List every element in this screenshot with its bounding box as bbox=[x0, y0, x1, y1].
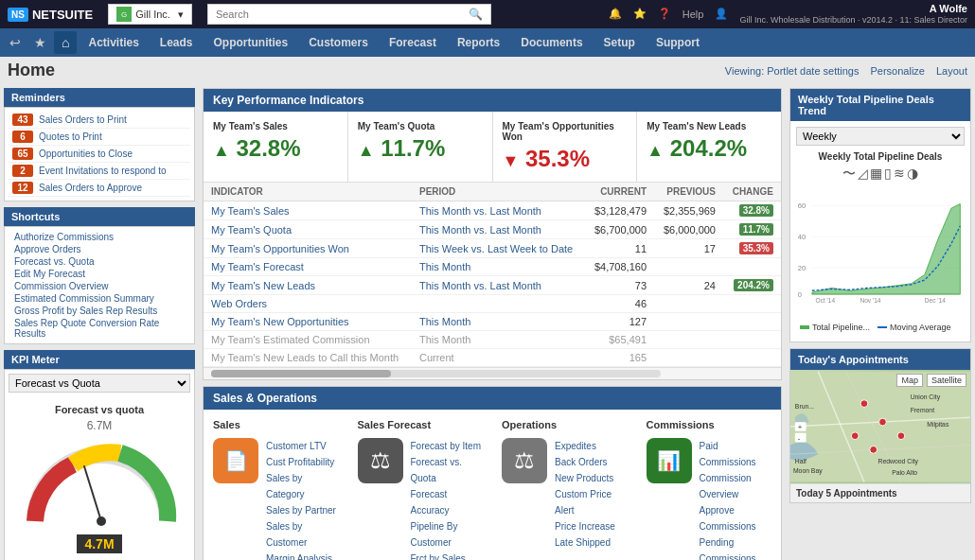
shortcut-link-1[interactable]: Approve Orders bbox=[10, 243, 188, 255]
row-period-0[interactable]: This Month vs. Last Month bbox=[412, 201, 585, 220]
nav-support[interactable]: Support bbox=[647, 32, 709, 53]
row-period-4[interactable]: This Month vs. Last Month bbox=[412, 276, 585, 295]
row-indicator-4[interactable]: My Team's New Leads bbox=[204, 276, 412, 295]
top-bar: NS NETSUITE G Gill Inc. ▾ 🔍 🔔 ⭐ ❓ Help 👤… bbox=[0, 0, 975, 28]
favorites-icon[interactable]: ★ bbox=[28, 31, 52, 54]
row-indicator-2[interactable]: My Team's Opportunities Won bbox=[204, 239, 412, 258]
row-indicator-5[interactable]: Web Orders bbox=[204, 295, 412, 313]
legend-pipeline: Total Pipeline... bbox=[800, 323, 870, 332]
so-sales-link-5[interactable]: Margin Analysis bbox=[266, 551, 339, 560]
row-period-6[interactable]: This Month bbox=[412, 313, 585, 331]
shortcut-link-7[interactable]: Sales Rep Quote Conversion Rate Results bbox=[10, 317, 188, 340]
history-icon[interactable]: ↩ bbox=[4, 31, 27, 54]
so-sales-link-2[interactable]: Sales by Category bbox=[266, 470, 339, 502]
chart-line-icon[interactable]: 〜 bbox=[842, 166, 856, 183]
so-ops-link-3[interactable]: Custom Price Alert bbox=[555, 486, 628, 518]
reminder-link-1[interactable]: Sales Orders to Print bbox=[39, 114, 127, 125]
shortcuts-header: Shortcuts bbox=[4, 207, 195, 226]
so-comm-link-3[interactable]: Pending Commissions bbox=[700, 534, 772, 560]
row-previous-0: $2,355,969 bbox=[654, 201, 723, 220]
so-forecast-link-4[interactable]: Frct by Sales bbox=[411, 551, 484, 560]
row-period-3[interactable]: This Month bbox=[412, 258, 585, 276]
so-sales-link-3[interactable]: Sales by Partner bbox=[266, 502, 339, 518]
kpi-summary-leads: My Team's New Leads 204.2% bbox=[637, 112, 781, 182]
so-comm-link-1[interactable]: Commission Overview bbox=[700, 470, 772, 502]
search-input[interactable] bbox=[216, 9, 469, 20]
nav-opportunities[interactable]: Opportunities bbox=[204, 32, 298, 53]
row-indicator-3[interactable]: My Team's Forecast bbox=[204, 258, 412, 276]
kpi-meter-select[interactable]: Forecast vs Quota Sales vs Quota Pipelin… bbox=[9, 374, 190, 393]
pipeline-select[interactable]: Weekly Monthly bbox=[796, 127, 965, 146]
kpi-summary-sales: My Team's Sales 32.8% bbox=[204, 112, 348, 182]
shortcut-link-6[interactable]: Gross Profit by Sales Rep Results bbox=[10, 305, 188, 317]
satellite-btn[interactable]: Satellite bbox=[927, 374, 966, 387]
row-previous-4: 24 bbox=[654, 276, 723, 295]
map-btn[interactable]: Map bbox=[896, 374, 923, 387]
so-sales-link-0[interactable]: Customer LTV bbox=[266, 438, 339, 454]
so-operations-icon: ⚖ bbox=[502, 438, 547, 483]
so-comm-link-2[interactable]: Approve Commissions bbox=[700, 502, 772, 534]
chart-bar-icon[interactable]: ▦ bbox=[870, 166, 882, 183]
row-period-2[interactable]: This Week vs. Last Week to Date bbox=[412, 239, 585, 258]
search-bar[interactable]: 🔍 bbox=[207, 4, 491, 25]
chart-area-icon[interactable]: ◿ bbox=[858, 166, 868, 183]
reminder-link-2[interactable]: Quotes to Print bbox=[39, 131, 102, 142]
home-icon[interactable]: ⌂ bbox=[54, 31, 77, 54]
so-forecast-link-2[interactable]: Forecast Accuracy bbox=[411, 486, 484, 518]
row-period-7[interactable]: This Month bbox=[412, 331, 585, 349]
svg-text:Moon Bay: Moon Bay bbox=[793, 467, 823, 475]
nav-leads[interactable]: Leads bbox=[151, 32, 203, 53]
viewing-link[interactable]: Viewing: Portlet date settings bbox=[725, 65, 860, 77]
nav-reports[interactable]: Reports bbox=[448, 32, 509, 53]
reminder-link-5[interactable]: Sales Orders to Approve bbox=[39, 183, 142, 193]
nav-documents[interactable]: Documents bbox=[511, 32, 592, 53]
svg-text:Brun...: Brun... bbox=[795, 403, 814, 410]
shortcut-link-4[interactable]: Commission Overview bbox=[10, 280, 188, 292]
row-period-1[interactable]: This Month vs. Last Month bbox=[412, 220, 585, 239]
nav-forecast[interactable]: Forecast bbox=[380, 32, 446, 53]
alerts-icon[interactable]: 🔔 bbox=[609, 8, 622, 20]
layout-link[interactable]: Layout bbox=[936, 65, 967, 77]
nav-setup[interactable]: Setup bbox=[594, 32, 645, 53]
so-ops-link-4[interactable]: Price Increase bbox=[555, 518, 628, 534]
bookmarks-icon[interactable]: ⭐ bbox=[633, 8, 647, 20]
so-ops-link-0[interactable]: Expedites bbox=[555, 438, 628, 454]
reminder-count-1: 43 bbox=[12, 114, 33, 126]
shortcut-link-5[interactable]: Estimated Commission Summary bbox=[10, 292, 188, 305]
shortcut-link-3[interactable]: Edit My Forecast bbox=[10, 268, 188, 280]
company-selector[interactable]: G Gill Inc. ▾ bbox=[108, 4, 192, 25]
nav-activities[interactable]: Activities bbox=[79, 32, 148, 53]
so-comm-link-0[interactable]: Paid Commissions bbox=[700, 438, 772, 470]
shortcut-link-2[interactable]: Forecast vs. Quota bbox=[10, 255, 188, 268]
search-icon: 🔍 bbox=[469, 8, 483, 21]
row-indicator-0[interactable]: My Team's Sales bbox=[204, 201, 412, 220]
reminder-link-3[interactable]: Opportunities to Close bbox=[39, 149, 133, 159]
appointments-body: Map Satellite bbox=[790, 370, 970, 483]
so-forecast-link-0[interactable]: Forecast by Item bbox=[411, 438, 484, 454]
row-period-8[interactable]: Current bbox=[412, 349, 585, 367]
row-indicator-6[interactable]: My Team's New Opportunities bbox=[204, 313, 412, 331]
user-icon[interactable]: 👤 bbox=[715, 8, 728, 20]
so-sales-link-1[interactable]: Cust Profitability bbox=[266, 454, 339, 470]
help-icon[interactable]: ❓ bbox=[658, 8, 671, 20]
table-scrollbar[interactable] bbox=[204, 367, 781, 379]
so-forecast-link-1[interactable]: Forecast vs. Quota bbox=[411, 454, 484, 486]
row-previous-1: $6,000,000 bbox=[654, 220, 723, 239]
so-header: Sales & Operations bbox=[204, 387, 781, 410]
personalize-link[interactable]: Personalize bbox=[870, 65, 924, 77]
chart-scatter-icon[interactable]: ≋ bbox=[894, 166, 905, 183]
so-sales-link-4[interactable]: Sales by Customer bbox=[266, 518, 339, 551]
chart-pie-icon[interactable]: ◑ bbox=[907, 166, 918, 183]
so-forecast-link-3[interactable]: Pipeline By Customer bbox=[411, 518, 484, 551]
kpi-meter-header: KPI Meter bbox=[4, 350, 195, 369]
reminder-link-4[interactable]: Event Invitations to respond to bbox=[39, 166, 167, 176]
nav-customers[interactable]: Customers bbox=[299, 32, 378, 53]
so-ops-link-5[interactable]: Late Shipped bbox=[555, 534, 628, 551]
shortcut-link-0[interactable]: Authorize Commissions bbox=[10, 231, 188, 243]
so-ops-link-1[interactable]: Back Orders bbox=[555, 454, 628, 470]
row-indicator-1[interactable]: My Team's Quota bbox=[204, 220, 412, 239]
so-commissions-icon: 📊 bbox=[647, 438, 692, 483]
row-change-6 bbox=[723, 313, 781, 331]
chart-column-icon[interactable]: ▯ bbox=[884, 166, 892, 183]
so-ops-link-2[interactable]: New Products bbox=[555, 470, 628, 486]
